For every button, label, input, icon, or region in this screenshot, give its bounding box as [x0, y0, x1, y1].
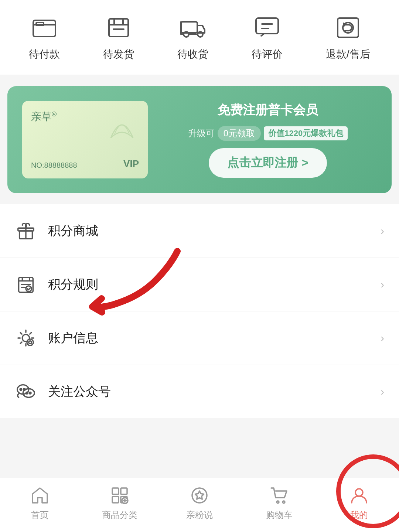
- order-status-pending-review[interactable]: 待评价: [252, 15, 283, 61]
- refund-icon: [333, 15, 363, 41]
- gift-icon: [15, 220, 37, 242]
- menu-item-follow-wechat[interactable]: 关注公众号 ›: [0, 365, 399, 418]
- nav-mine[interactable]: 我的: [319, 485, 399, 521]
- vip-subtitle: 升级可 0元领取 价值1220元爆款礼包: [188, 126, 348, 141]
- vip-title: 免费注册普卡会员: [218, 102, 318, 119]
- cart-label: 购物车: [266, 509, 293, 521]
- truck-icon: [178, 15, 208, 41]
- points-mall-label: 积分商城: [48, 222, 381, 239]
- chevron-right-icon: ›: [381, 385, 384, 398]
- person-icon: [349, 485, 369, 505]
- svg-rect-3: [181, 22, 197, 33]
- refund-label: 退款/售后: [326, 47, 370, 61]
- menu-item-points-mall[interactable]: 积分商城 ›: [0, 204, 399, 258]
- order-status-bar: 待付款 待发货 待收货: [0, 0, 399, 75]
- pending-shipment-label: 待发货: [103, 47, 134, 61]
- cart-icon: [269, 485, 289, 505]
- pending-review-label: 待评价: [252, 47, 283, 61]
- wechat-icon: [15, 381, 37, 403]
- vip-card-no: NO:88888888: [31, 161, 77, 170]
- account-info-label: 账户信息: [48, 330, 381, 347]
- svg-point-27: [192, 488, 207, 503]
- menu-item-account-info[interactable]: 账户信息 ›: [0, 311, 399, 365]
- order-status-pending-receipt[interactable]: 待收货: [177, 15, 208, 61]
- home-icon: [30, 485, 50, 505]
- grid-icon: [110, 485, 130, 505]
- bottom-nav: 首页 商品分类 亲粉说: [0, 478, 399, 532]
- pending-payment-label: 待付款: [29, 47, 60, 61]
- vip-card: 亲草® NO:88888888 VIP: [22, 101, 148, 178]
- menu-list: 积分商城 › 积分规则 ›: [0, 204, 399, 418]
- vip-banner: 亲草® NO:88888888 VIP 免费注册普卡会员 升级可 0元领取 价值…: [7, 86, 392, 193]
- svg-point-14: [27, 339, 33, 345]
- svg-point-17: [20, 389, 22, 391]
- svg-rect-7: [338, 18, 358, 37]
- points-rules-label: 积分规则: [48, 276, 381, 293]
- svg-rect-24: [112, 497, 119, 503]
- vip-card-type: VIP: [123, 158, 139, 170]
- comment-icon: [252, 15, 282, 41]
- nav-categories[interactable]: 商品分类: [80, 485, 160, 521]
- nav-home[interactable]: 首页: [0, 485, 80, 521]
- chevron-right-icon: ›: [381, 225, 384, 237]
- svg-point-21: [29, 392, 31, 394]
- svg-point-29: [283, 501, 285, 503]
- order-status-pending-payment[interactable]: 待付款: [29, 15, 60, 61]
- svg-rect-23: [121, 488, 127, 494]
- mine-label: 我的: [350, 509, 368, 521]
- clipboard-icon: [15, 273, 37, 296]
- svg-point-30: [355, 489, 363, 496]
- svg-rect-22: [112, 488, 119, 494]
- home-label: 首页: [31, 509, 49, 521]
- package-icon: [104, 15, 133, 41]
- order-status-refund[interactable]: 退款/售后: [326, 15, 370, 61]
- categories-label: 商品分类: [102, 509, 137, 521]
- order-status-pending-shipment[interactable]: 待发货: [103, 15, 134, 61]
- svg-point-20: [26, 392, 28, 394]
- vip-right-panel: 免费注册普卡会员 升级可 0元领取 价值1220元爆款礼包 点击立即注册 >: [159, 102, 377, 178]
- chevron-right-icon: ›: [381, 278, 384, 291]
- follow-wechat-label: 关注公众号: [48, 383, 381, 400]
- star-icon: [190, 485, 209, 505]
- menu-item-points-rules[interactable]: 积分规则 ›: [0, 258, 399, 311]
- wallet-icon: [30, 15, 59, 41]
- pending-receipt-label: 待收货: [177, 47, 208, 61]
- qinfensuo-label: 亲粉说: [186, 509, 213, 521]
- svg-rect-2: [109, 19, 128, 37]
- svg-point-28: [277, 501, 279, 503]
- settings-icon: [15, 327, 37, 349]
- svg-rect-6: [256, 18, 278, 34]
- chevron-right-icon: ›: [381, 332, 384, 344]
- nav-cart[interactable]: 购物车: [239, 485, 319, 521]
- register-button[interactable]: 点击立即注册 >: [209, 148, 327, 178]
- nav-qinfensuo[interactable]: 亲粉说: [160, 485, 239, 521]
